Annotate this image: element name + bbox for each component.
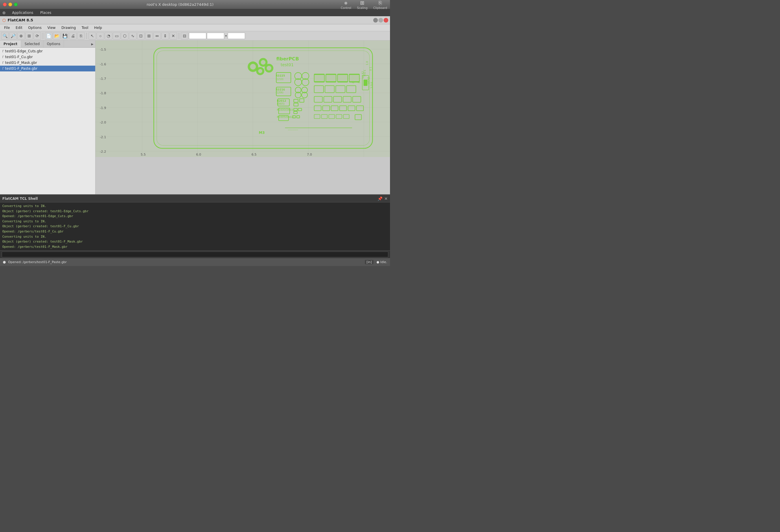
svg-text:-2.1: -2.1 (100, 135, 106, 139)
main-content: Project Selected Options ▶ Γ test01-Edge… (0, 41, 390, 194)
tab-project[interactable]: Project (0, 41, 21, 47)
svg-point-37 (258, 69, 262, 73)
status-unit: [in] (365, 260, 374, 264)
file-icon-edge-cuts: Γ (2, 50, 4, 53)
scaling-icon-group: ⊞ Scaling (357, 0, 368, 9)
svg-text:1.0: 1.0 (369, 67, 372, 71)
svg-text:-1.5: -1.5 (100, 48, 106, 51)
control-label: Control (341, 6, 351, 9)
close-button[interactable] (3, 3, 7, 6)
tcl-shell: FlatCAM TCL Shell 📌 ✕ Converting units t… (0, 194, 390, 258)
places-menu[interactable]: Places (39, 10, 53, 15)
app-maximize-button[interactable] (379, 18, 383, 22)
rect-button[interactable]: ▭ (113, 32, 120, 40)
clipboard-label: Clipboard (373, 6, 387, 9)
file-name-f-paste: test01-F_Paste.gbr (5, 66, 38, 70)
circle-button[interactable]: ○ (97, 32, 104, 40)
svg-rect-47 (326, 75, 336, 81)
system-menubar: ⊛ Applications Places (0, 9, 390, 16)
svg-rect-108 (364, 80, 367, 86)
svg-point-31 (250, 64, 256, 70)
snap-x-input[interactable]: 0.1 (189, 33, 206, 39)
traffic-lights (3, 3, 18, 6)
polygon-button[interactable]: ⬡ (121, 32, 129, 40)
left-panel: Project Selected Options ▶ Γ test01-Edge… (0, 41, 95, 194)
file-list: Γ test01-Edge_Cuts.gbr Γ test01-F_Cu.gbr… (0, 48, 95, 194)
tcl-body: Converting units to IN.Object (gerber) c… (0, 202, 390, 250)
applications-menu[interactable]: Applications (10, 10, 35, 15)
status-bar: Opened: /gerbers/test01-F_Paste.gbr [in]… (0, 258, 390, 266)
status-text: Opened: /gerbers/test01-F_Paste.gbr (8, 260, 362, 264)
control-icon-group: ⎈ Control (341, 0, 351, 9)
paste-button[interactable]: ⊞ (145, 32, 153, 40)
export-button[interactable]: ⎘ (77, 32, 85, 40)
print-button[interactable]: 🖨 (69, 32, 77, 40)
canvas-area[interactable]: -1.5 -1.6 -1.7 -1.8 -1.9 -2.0 -2.1 -2.2 … (95, 41, 390, 194)
app-close-button[interactable] (384, 18, 388, 22)
svg-text:-2.0: -2.0 (100, 120, 106, 124)
menu-edit[interactable]: Edit (13, 25, 25, 31)
pcb-canvas: -1.5 -1.6 -1.7 -1.8 -1.9 -2.0 -2.1 -2.2 … (95, 41, 390, 157)
zoom-fit-button[interactable]: 🔍 (1, 32, 9, 40)
arc-button[interactable]: ◔ (105, 32, 112, 40)
tcl-input[interactable] (2, 252, 388, 257)
mirror-h-button[interactable]: ⇔ (153, 32, 161, 40)
app-minimize-button[interactable] (373, 18, 378, 22)
grid-button[interactable]: ⊞ (26, 32, 33, 40)
svg-text:(1206): (1206) (276, 91, 284, 94)
svg-text:-2.2: -2.2 (100, 150, 106, 154)
app-window-controls (373, 18, 388, 22)
zoom-out-button[interactable]: 🔎 (9, 32, 17, 40)
file-name-f-cu: test01-F_Cu.gbr (5, 55, 33, 59)
menu-tool[interactable]: Tool (79, 25, 91, 31)
svg-text:7.0: 7.0 (307, 153, 312, 156)
svg-text:1.0: 1.0 (366, 61, 369, 65)
tcl-pin-button[interactable]: 📌 (378, 196, 383, 201)
menu-drawing[interactable]: Drawing (59, 25, 78, 31)
minimize-button[interactable] (8, 3, 12, 6)
tcl-close-button[interactable]: ✕ (384, 196, 388, 201)
clipboard-icon: ⎘ (379, 0, 382, 6)
panel-tab-arrow[interactable]: ▶ (89, 41, 95, 47)
title-icons: ⎈ Control ⊞ Scaling ⎘ Clipboard (341, 0, 387, 9)
status-idle: ● Idle. (376, 260, 387, 264)
svg-text:R1600(0603): R1600(0603) (277, 108, 294, 111)
svg-text:-1.7: -1.7 (100, 77, 106, 81)
maximize-button[interactable] (14, 3, 18, 6)
path-button[interactable]: ∿ (129, 32, 137, 40)
control-icon: ⎈ (344, 0, 347, 6)
copy-button[interactable]: ⊡ (137, 32, 145, 40)
menu-help[interactable]: Help (92, 25, 104, 31)
delete-button[interactable]: ✕ (169, 32, 177, 40)
open-button[interactable]: 📂 (53, 32, 60, 40)
menu-options[interactable]: Options (26, 25, 44, 31)
snap-y-input[interactable]: 0.1 (207, 33, 224, 39)
svg-text:-1.9: -1.9 (100, 106, 106, 110)
system-logo: ⊛ (2, 10, 6, 15)
svg-text:R2012: R2012 (277, 100, 286, 102)
svg-text:(0805): (0805) (277, 103, 285, 105)
menu-file[interactable]: File (2, 25, 12, 31)
new-button[interactable]: 📄 (45, 32, 52, 40)
step-input[interactable]: 0.05 (228, 33, 245, 39)
zoom-in-button[interactable]: ⊕ (17, 32, 25, 40)
scaling-icon: ⊞ (360, 0, 364, 6)
save-button[interactable]: 💾 (61, 32, 68, 40)
file-item-f-paste[interactable]: Γ test01-F_Paste.gbr (0, 66, 95, 71)
window-title: root's X desktop (0d862a27449d:1) (22, 2, 339, 7)
file-icon-f-cu: Γ (2, 55, 4, 59)
menu-view[interactable]: View (45, 25, 58, 31)
file-item-f-mask[interactable]: Γ test01-F_Mask.gbr (0, 60, 95, 66)
snap-button[interactable]: ⊟ (181, 32, 188, 40)
tab-options[interactable]: Options (43, 41, 64, 47)
svg-rect-46 (314, 75, 324, 81)
file-icon-f-paste: Γ (2, 67, 4, 70)
file-item-f-cu[interactable]: Γ test01-F_Cu.gbr (0, 54, 95, 60)
toolbar: 🔍 🔎 ⊕ ⊞ ⟳ 📄 📂 💾 🖨 ⎘ ↖ ○ ◔ ▭ ⬡ ∿ ⊡ ⊞ ⇔ ⇕ … (0, 31, 390, 41)
select-button[interactable]: ↖ (89, 32, 96, 40)
svg-text:test01: test01 (281, 62, 294, 67)
replot-button[interactable]: ⟳ (34, 32, 41, 40)
mirror-v-button[interactable]: ⇕ (161, 32, 169, 40)
file-item-edge-cuts[interactable]: Γ test01-Edge_Cuts.gbr (0, 48, 95, 54)
tab-selected[interactable]: Selected (21, 41, 43, 47)
